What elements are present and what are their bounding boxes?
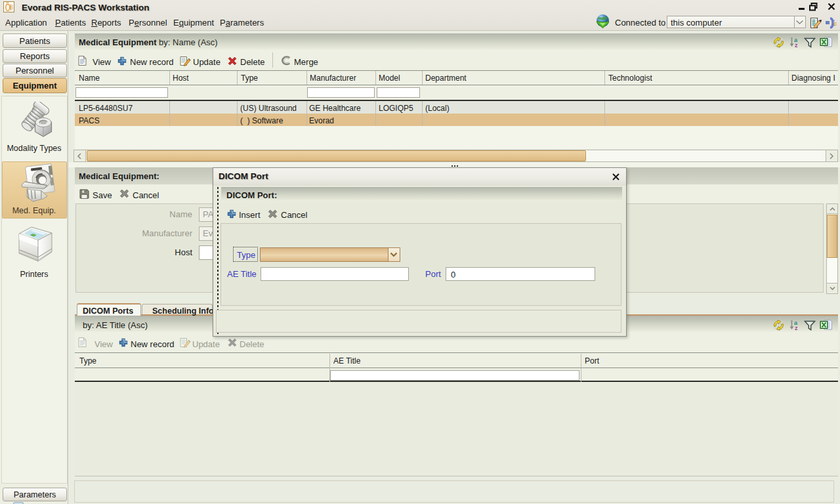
svg-text:z: z xyxy=(795,42,798,48)
svg-text:c: c xyxy=(833,20,837,27)
svg-text:z: z xyxy=(795,325,798,331)
